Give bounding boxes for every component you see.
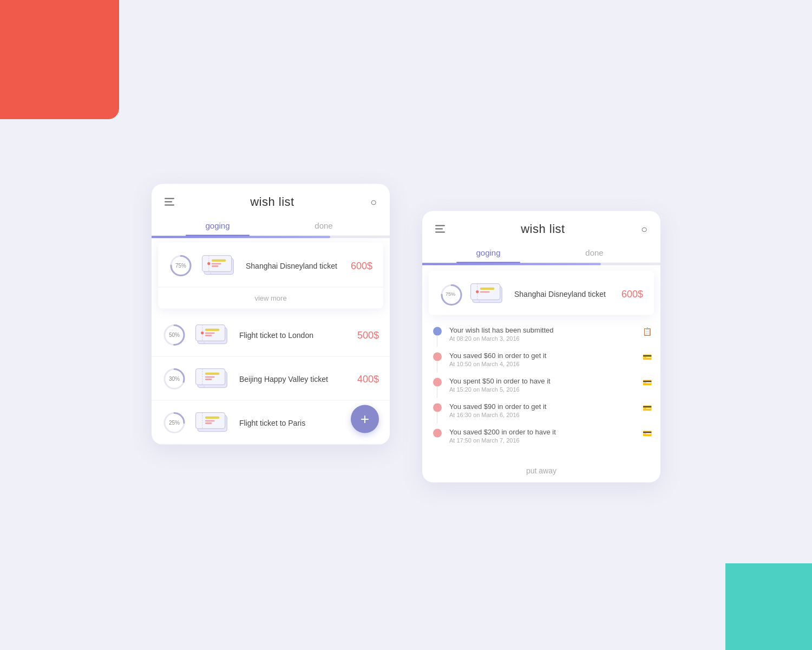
left-phone-card: wish list ○ goging done 75%: [152, 184, 390, 445]
item-price-3: 400$: [357, 373, 379, 385]
timeline-content-4: You saved $200 in order to have it At 17…: [449, 428, 638, 444]
ticket-icon-4: [194, 410, 232, 437]
timeline-item-0: Your wish list has been submitted At 08:…: [433, 326, 652, 342]
timeline-item-4: You saved $200 in order to have it At 17…: [433, 428, 652, 444]
pct-label-4: 25%: [169, 420, 180, 426]
right-tabs: goging done: [422, 242, 660, 263]
timeline-content-2: You spent $50 in order to have it At 15:…: [449, 377, 638, 393]
left-progress-fill: [152, 236, 330, 238]
right-expanded-row: 75% Shanghai Disneyland ticket 600$: [429, 271, 654, 315]
progress-circle-4: 25%: [162, 411, 186, 435]
timeline-date-2: At 15:20 on March 5, 2016: [449, 386, 638, 393]
wish-item-1-row: 75% Shanghai: [158, 243, 383, 287]
timeline-date-4: At 17:50 on March 7, 2016: [449, 437, 638, 444]
left-title: wish list: [250, 195, 294, 209]
svg-rect-40: [205, 417, 219, 419]
left-header: wish list ○: [152, 184, 390, 214]
right-progress-circle: 75%: [440, 283, 461, 305]
right-title: wish list: [521, 222, 565, 236]
timeline-text-3: You saved $90 in order to get it: [449, 402, 638, 411]
right-expanded-name: Shanghai Disneyland ticket: [514, 290, 621, 298]
item-name-3: Beijing Happy Valley ticket: [239, 375, 357, 384]
svg-rect-41: [205, 420, 215, 422]
svg-rect-42: [205, 422, 212, 424]
tab-done-right[interactable]: done: [541, 242, 647, 263]
ticket-icon-1: [200, 252, 238, 280]
pct-label-1: 75%: [175, 263, 186, 269]
timeline-icon-2: 💳: [643, 378, 652, 387]
svg-rect-9: [212, 259, 226, 262]
phones-container: wish list ○ goging done 75%: [152, 168, 660, 483]
right-menu-icon[interactable]: [435, 225, 445, 233]
decoration-teal: [725, 563, 812, 650]
item-price-1: 600$: [351, 260, 372, 271]
timeline: Your wish list has been submitted At 08:…: [422, 321, 660, 459]
svg-point-12: [207, 262, 210, 265]
timeline-icon-4: 💳: [643, 429, 652, 438]
left-progress-bar: [152, 236, 390, 238]
left-tabs: goging done: [152, 214, 390, 236]
right-progress-bar: [422, 263, 660, 265]
timeline-icon-0: 📋: [643, 327, 652, 336]
progress-circle-3: 30%: [162, 367, 186, 391]
timeline-dot-3: [433, 404, 442, 412]
menu-icon[interactable]: [165, 198, 174, 206]
svg-rect-22: [205, 333, 215, 334]
timeline-item-1: You saved $60 in order to get it At 10:5…: [433, 352, 652, 367]
pct-label-3: 30%: [169, 376, 180, 382]
svg-rect-33: [205, 376, 215, 378]
wish-item-3: 30% Beijing Happy Valley ticket 400$: [152, 357, 390, 401]
item-price-2: 500$: [357, 329, 379, 341]
timeline-content-1: You saved $60 in order to get it At 10:5…: [449, 352, 638, 367]
timeline-text-4: You saved $200 in order to have it: [449, 428, 638, 436]
timeline-date-0: At 08:20 on March 3, 2016: [449, 335, 638, 342]
timeline-content-3: You saved $90 in order to get it At 16:3…: [449, 402, 638, 418]
timeline-content-0: Your wish list has been submitted At 08:…: [449, 326, 638, 342]
timeline-dot-1: [433, 353, 442, 361]
svg-rect-11: [212, 265, 218, 267]
svg-rect-21: [205, 329, 219, 331]
right-pct-label: 75%: [446, 291, 455, 297]
ticket-icon-3: [194, 366, 232, 393]
tab-goging-left[interactable]: goging: [165, 214, 271, 236]
wish-item-2: 50% Flight ticket to London 500$: [152, 313, 390, 357]
svg-rect-23: [205, 335, 212, 336]
pct-label-2: 50%: [169, 332, 180, 338]
view-more-1[interactable]: view more: [158, 287, 383, 309]
timeline-date-1: At 10:50 on March 4, 2016: [449, 361, 638, 367]
svg-point-24: [201, 332, 204, 334]
right-phone-card: wish list ○ goging done 75%: [422, 211, 660, 483]
progress-circle-2: 50%: [162, 323, 186, 347]
right-search-icon[interactable]: ○: [641, 223, 647, 235]
wish-item-4: 25% Flight ticket to Paris +: [152, 401, 390, 445]
timeline-item-3: You saved $90 in order to get it At 16:3…: [433, 402, 652, 418]
put-away-button[interactable]: put away: [422, 459, 660, 483]
timeline-dot-4: [433, 429, 442, 438]
timeline-dot-0: [433, 327, 442, 336]
item-name-1: Shanghai Disneyland ticket: [246, 262, 351, 270]
right-header: wish list ○: [422, 211, 660, 242]
decoration-red: [0, 0, 119, 119]
ticket-icon-2: [194, 322, 232, 349]
item-name-2: Flight ticket to London: [239, 331, 357, 340]
right-progress-fill: [422, 263, 601, 265]
fab-button[interactable]: +: [351, 405, 379, 433]
timeline-item-2: You spent $50 in order to have it At 15:…: [433, 377, 652, 393]
svg-rect-50: [480, 288, 494, 290]
svg-rect-51: [480, 291, 490, 293]
timeline-text-2: You spent $50 in order to have it: [449, 377, 638, 385]
svg-rect-32: [205, 373, 219, 375]
search-icon[interactable]: ○: [370, 196, 377, 208]
tab-done-left[interactable]: done: [271, 214, 377, 236]
timeline-dot-2: [433, 378, 442, 387]
tab-goging-right[interactable]: goging: [435, 242, 541, 263]
progress-circle-1: 75%: [169, 254, 193, 278]
svg-rect-34: [205, 379, 212, 380]
timeline-icon-3: 💳: [643, 404, 652, 412]
timeline-text-0: Your wish list has been submitted: [449, 326, 638, 334]
timeline-date-3: At 16:30 on March 6, 2016: [449, 412, 638, 418]
wish-item-1: 75% Shanghai: [158, 243, 383, 309]
timeline-text-1: You saved $60 in order to get it: [449, 352, 638, 360]
timeline-icon-1: 💳: [643, 353, 652, 361]
svg-rect-10: [212, 263, 221, 265]
